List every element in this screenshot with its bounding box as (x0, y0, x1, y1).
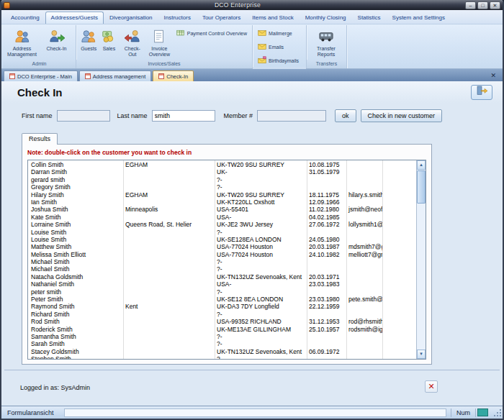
invoice-overview-button[interactable]: Invoice Overview (146, 27, 173, 60)
first-name-input[interactable] (57, 110, 110, 122)
scroll-up-icon[interactable]: ▲ (417, 160, 426, 170)
group-caption-transfers: Transfers (307, 60, 346, 68)
results-tab-row: Results (22, 131, 503, 145)
emails-label: Emails (269, 45, 284, 50)
mailmerge-label: Mailmerge (269, 31, 292, 36)
grid-line (382, 160, 383, 359)
close-button[interactable]: ✕ (490, 1, 500, 9)
sales-button[interactable]: Sales (99, 27, 118, 54)
close-form-button[interactable]: ✕ (425, 380, 438, 393)
ribbon-tab-tour-operators[interactable]: Tour Operators (197, 12, 246, 24)
cell-email: melliott7@gr (346, 251, 382, 258)
list-item[interactable]: Natacha GoldsmithUK-TN132UZ Sevenoaks, K… (28, 273, 416, 280)
exit-door-arrow-icon (476, 85, 487, 99)
first-name-label: First name (22, 112, 53, 119)
emails-button[interactable]: Emails (255, 41, 302, 53)
list-item[interactable]: Nathaniel SmithUSA-23.03.1983 (28, 280, 416, 288)
cell-dob: 24.05.1980 (307, 236, 346, 243)
list-item[interactable]: gerard smith?- (28, 176, 416, 183)
list-item[interactable]: Peter SmithUK-SE12 8EA LONDON23.03.1980p… (28, 296, 416, 303)
group-caption-invoices: Invoices/Sales (76, 60, 252, 68)
cell-dob: 31.05.1979 (307, 168, 346, 175)
list-item[interactable]: Louise Smith?- (28, 229, 416, 236)
check-in-button[interactable]: Check-In (40, 27, 73, 54)
list-item[interactable]: Sarah Smith?- (28, 340, 416, 347)
resize-grip[interactable] (492, 407, 503, 418)
group-caption-admin: Admin (3, 60, 76, 68)
doc-tab-dco-enterprise-main[interactable]: DCO Enterprise - Main (4, 70, 78, 81)
ribbon-tab-statistics[interactable]: Statistics (352, 12, 387, 24)
ok-button[interactable]: ok (335, 109, 356, 122)
guests-label: Guests (81, 46, 96, 52)
page-header: Check In (1, 81, 503, 103)
transfer-reports-button[interactable]: Transfer Reports (309, 27, 343, 60)
mailmerge-button[interactable]: Mailmerge (255, 27, 302, 40)
member-number-input[interactable] (257, 110, 326, 122)
cell-address: USA-99352 RICHLAND (215, 318, 307, 325)
ribbon-tab-addresses-guests[interactable]: Addresses/Guests (45, 12, 104, 24)
list-item[interactable]: Michael Smith?- (28, 258, 416, 265)
list-item[interactable]: Joshua SmithMinneapolisUSA-5540111.02.19… (28, 206, 416, 213)
ribbon-tab-accounting[interactable]: Accounting (5, 12, 45, 24)
check-in-new-customer-button[interactable]: Check in new customer (361, 109, 443, 122)
cell-email: lollysmith1@ (346, 221, 382, 228)
list-item[interactable]: Darran SmithUK-31.05.1979 (28, 168, 416, 175)
list-item[interactable]: Roderick SmithUK-ME13AE GILLINGHAM25.10.… (28, 326, 416, 333)
ribbon-group-admin: Address Management Check-In Admin (3, 25, 76, 68)
list-item[interactable]: Richard Smith?- (28, 311, 416, 318)
cell-dob: 06.09.1972 (307, 348, 346, 355)
ribbon-tab-system-and-settings[interactable]: System and Settings (387, 12, 451, 24)
scrollbar-track[interactable] (417, 170, 426, 350)
tab-results[interactable]: Results (22, 133, 58, 145)
doc-tab-address-management[interactable]: Address management (79, 70, 151, 81)
list-item[interactable]: Matthew SmithUSA-77024 Houston20.03.1987… (28, 243, 416, 250)
minimize-button[interactable]: – (465, 1, 476, 9)
list-item[interactable]: Gregory Smith?- (28, 183, 416, 191)
grid-line (123, 160, 124, 359)
scrollbar-thumb[interactable] (417, 170, 426, 204)
cell-name: Samantha Smith (28, 333, 123, 340)
list-item[interactable]: Ian SmithUK-KT220LL Oxshott12.09.1966 (28, 198, 416, 206)
list-item[interactable]: Rod SmithUSA-99352 RICHLAND31.12.1953rod… (28, 318, 416, 325)
page-title: Check In (17, 86, 63, 99)
list-item[interactable]: Stephen Smith?- (28, 355, 416, 359)
results-listbox: Collin SmithEGHAMUK-TW20 9SU SURREY10.08… (27, 160, 426, 360)
switch-user-button[interactable] (471, 85, 492, 100)
birthdaymails-button[interactable]: Birthdaymails (255, 55, 302, 67)
birthdaymails-label: Birthdaymails (269, 58, 299, 63)
list-item[interactable]: Hilary SmithEGHAMUK-TW20 9SU SURREY18.11… (28, 191, 416, 198)
list-item[interactable]: Raymond SmithKentUK-DA3 7DY Longfield22.… (28, 303, 416, 310)
payment-control-overview-button[interactable]: Payment Control Overview (174, 27, 250, 40)
cell-name: Stephen Smith (28, 355, 123, 359)
guests-button[interactable]: Guests (78, 27, 99, 54)
ribbon-tab-items-and-stock[interactable]: Items and Stock (246, 12, 299, 24)
window-title: DCO Enterprise (10, 1, 465, 9)
results-panel: Note: double-click on the customer you w… (22, 144, 432, 365)
list-item[interactable]: Melissa Smith ElliottUSA-77024 Houston24… (28, 251, 416, 258)
last-name-input[interactable] (152, 110, 215, 122)
ribbon-tab-instructors[interactable]: Instructors (158, 12, 197, 24)
ribbon-tab-diveorganisation[interactable]: Diveorganisation (104, 12, 158, 24)
list-item[interactable]: peter smith?- (28, 288, 416, 296)
list-item[interactable]: Louise SmithUK-SE128EA LONDON24.05.1980 (28, 236, 416, 243)
list-item[interactable]: Kate SmithUSA-04.02.1985 (28, 214, 416, 221)
close-form-tab-icon[interactable]: ✕ (486, 70, 500, 81)
list-item[interactable]: Michael Smith?- (28, 265, 416, 273)
cell-city: Kent (123, 303, 215, 310)
last-name-label: Last name (117, 112, 148, 119)
cell-name: Roderick Smith (28, 326, 123, 333)
scroll-down-icon[interactable]: ▼ (417, 350, 426, 359)
ribbon-tab-monthly-closing[interactable]: Monthly Closing (300, 12, 352, 24)
doc-tab-check-in[interactable]: Check-In (153, 70, 194, 81)
list-item[interactable]: Samantha Smith?- (28, 333, 416, 340)
address-management-button[interactable]: Address Management (5, 27, 39, 60)
list-item[interactable]: Stacey GoldsmithUK-TN132UZ Sevenoaks, Ke… (28, 348, 416, 355)
cell-address: ?- (215, 340, 307, 347)
cell-address: USA- (215, 214, 307, 221)
check-out-button[interactable]: Check-Out (119, 27, 145, 60)
list-item[interactable]: Lorraine SmithQueens Road, St. HelierUK-… (28, 221, 416, 228)
status-bar-track (64, 408, 446, 417)
list-item[interactable]: Collin SmithEGHAMUK-TW20 9SU SURREY10.08… (28, 161, 416, 168)
maximize-button[interactable]: □ (477, 1, 488, 9)
cell-address: UK-TN132UZ Sevenoaks, Kent (215, 348, 307, 355)
